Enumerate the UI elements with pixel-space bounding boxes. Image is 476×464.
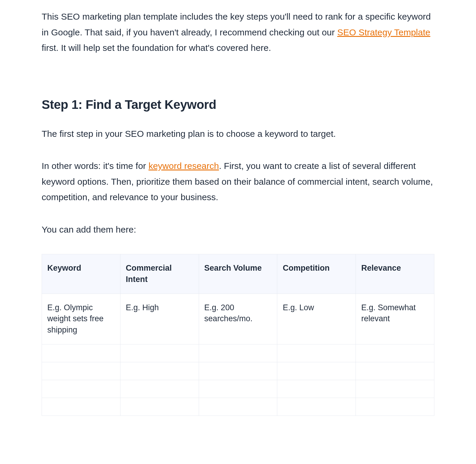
header-search-volume: Search Volume bbox=[199, 254, 277, 294]
cell-competition[interactable]: E.g. Low bbox=[277, 294, 356, 344]
cell-empty[interactable] bbox=[199, 380, 277, 398]
cell-empty[interactable] bbox=[277, 344, 356, 362]
cell-empty[interactable] bbox=[120, 380, 199, 398]
intro-text-after: first. It will help set the foundation f… bbox=[42, 43, 271, 53]
cell-relevance[interactable]: E.g. Somewhat relevant bbox=[356, 294, 434, 344]
cell-empty[interactable] bbox=[356, 380, 434, 398]
para2-before: In other words: it's time for bbox=[42, 161, 148, 171]
cell-search-volume[interactable]: E.g. 200 searches/mo. bbox=[199, 294, 277, 344]
cell-empty[interactable] bbox=[199, 344, 277, 362]
table-header-row: Keyword Commercial Intent Search Volume … bbox=[42, 254, 434, 294]
table-row bbox=[42, 344, 434, 362]
step-1-para-1: The first step in your SEO marketing pla… bbox=[42, 126, 434, 142]
cell-empty[interactable] bbox=[120, 344, 199, 362]
table-row bbox=[42, 380, 434, 398]
cell-empty[interactable] bbox=[199, 398, 277, 416]
table-row: E.g. Olympic weight sets free shipping E… bbox=[42, 294, 434, 344]
cell-empty[interactable] bbox=[199, 362, 277, 380]
table-row bbox=[42, 362, 434, 380]
cell-empty[interactable] bbox=[356, 362, 434, 380]
cell-commercial-intent[interactable]: E.g. High bbox=[120, 294, 199, 344]
cell-empty[interactable] bbox=[120, 362, 199, 380]
keyword-research-link[interactable]: keyword research bbox=[148, 161, 219, 171]
header-commercial-intent: Commercial Intent bbox=[120, 254, 199, 294]
header-keyword: Keyword bbox=[42, 254, 120, 294]
header-competition: Competition bbox=[277, 254, 356, 294]
cell-keyword[interactable]: E.g. Olympic weight sets free shipping bbox=[42, 294, 120, 344]
step-1-heading: Step 1: Find a Target Keyword bbox=[42, 98, 434, 112]
cell-empty[interactable] bbox=[42, 380, 120, 398]
cell-empty[interactable] bbox=[356, 344, 434, 362]
cell-empty[interactable] bbox=[277, 398, 356, 416]
keyword-table-wrapper: Keyword Commercial Intent Search Volume … bbox=[42, 254, 434, 416]
cell-empty[interactable] bbox=[42, 362, 120, 380]
step-1-para-2: In other words: it's time for keyword re… bbox=[42, 158, 434, 205]
seo-strategy-template-link[interactable]: SEO Strategy Template bbox=[337, 27, 430, 37]
intro-paragraph: This SEO marketing plan template include… bbox=[42, 9, 434, 56]
table-row bbox=[42, 398, 434, 416]
cell-empty[interactable] bbox=[277, 362, 356, 380]
cell-empty[interactable] bbox=[120, 398, 199, 416]
header-relevance: Relevance bbox=[356, 254, 434, 294]
cell-empty[interactable] bbox=[277, 380, 356, 398]
step-1-para-3: You can add them here: bbox=[42, 222, 434, 238]
keyword-table: Keyword Commercial Intent Search Volume … bbox=[42, 254, 434, 416]
cell-empty[interactable] bbox=[356, 398, 434, 416]
cell-empty[interactable] bbox=[42, 398, 120, 416]
cell-empty[interactable] bbox=[42, 344, 120, 362]
